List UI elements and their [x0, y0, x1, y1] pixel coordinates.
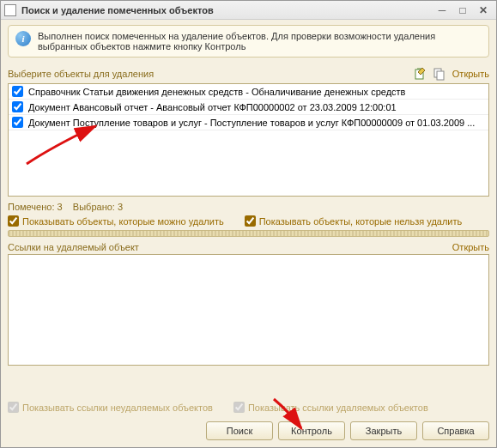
close-button[interactable]: Закрыть: [350, 421, 417, 440]
list-checkbox[interactable]: [12, 101, 23, 112]
top-filters: Показывать объекты, которые можно удалит…: [8, 215, 489, 227]
show-undeletable-refs-checkbox[interactable]: Показывать ссылки неудаляемых объектов: [8, 402, 213, 413]
list-checkbox[interactable]: [12, 117, 23, 128]
info-icon: i: [15, 31, 31, 46]
show-deletable-refs-label: Показывать ссылки удаляемых объектов: [248, 403, 428, 413]
titlebar: Поиск и удаление помеченных объектов ─ □…: [1, 1, 496, 20]
show-cannot-delete-label: Показывать объекты, которые нельзя удали…: [259, 216, 463, 227]
list-item[interactable]: Документ Авансовый отчет - Авансовый отч…: [9, 100, 488, 115]
list-item-text: Справочник Статьи движения денежных сред…: [28, 87, 405, 97]
open-refs-link[interactable]: Открыть: [452, 242, 489, 252]
selected-count: 3: [118, 202, 123, 212]
info-text: Выполнен поиск помеченных на удаление об…: [38, 31, 482, 51]
selection-label: Выберите объекты для удаления: [8, 69, 154, 79]
show-deletable-refs-checkbox[interactable]: Показывать ссылки удаляемых объектов: [233, 402, 428, 413]
info-panel: i Выполнен поиск помеченных на удаление …: [8, 25, 489, 58]
show-can-delete-label: Показывать объекты, которые можно удалит…: [22, 216, 224, 227]
copy-icon[interactable]: [432, 66, 447, 82]
show-cannot-delete-checkbox[interactable]: Показывать объекты, которые нельзя удали…: [245, 215, 463, 227]
list-checkbox[interactable]: [12, 86, 23, 97]
show-can-delete-checkbox[interactable]: Показывать объекты, которые можно удалит…: [8, 215, 224, 227]
window-title: Поиск и удаление помеченных объектов: [21, 5, 431, 15]
marked-count: 3: [58, 202, 63, 212]
list-item[interactable]: Документ Поступление товаров и услуг - П…: [9, 115, 488, 130]
svg-rect-2: [437, 71, 444, 80]
list-item-text: Документ Авансовый отчет - Авансовый отч…: [28, 102, 397, 112]
list-item[interactable]: Справочник Статьи движения денежных сред…: [9, 84, 488, 100]
button-bar: Поиск Контроль Закрыть Справка: [1, 416, 496, 447]
bottom-filters: Показывать ссылки неудаляемых объектов П…: [8, 402, 489, 413]
document-icon: [4, 4, 16, 16]
close-window-button[interactable]: ✕: [474, 3, 493, 17]
maximize-button[interactable]: □: [453, 3, 472, 17]
edit-icon[interactable]: [413, 66, 428, 82]
help-button[interactable]: Справка: [422, 421, 489, 440]
marked-label: Помечено:: [8, 202, 54, 212]
minimize-button[interactable]: ─: [433, 3, 452, 17]
refs-label: Ссылки на удаляемый объект: [8, 242, 139, 252]
refs-list[interactable]: [8, 254, 489, 366]
show-undeletable-refs-label: Показывать ссылки неудаляемых объектов: [22, 403, 213, 413]
object-list[interactable]: Справочник Статьи движения денежных сред…: [8, 83, 489, 197]
list-item-text: Документ Поступление товаров и услуг - П…: [28, 118, 475, 128]
search-button[interactable]: Поиск: [206, 421, 273, 440]
control-button[interactable]: Контроль: [278, 421, 345, 440]
status-row: Помечено: 3 Выбрано: 3: [8, 202, 489, 212]
refs-header: Ссылки на удаляемый объект Открыть: [8, 242, 489, 252]
selection-header: Выберите объекты для удаления Открыть: [8, 66, 489, 82]
open-selection-link[interactable]: Открыть: [452, 69, 489, 79]
splitter[interactable]: [8, 230, 489, 237]
selected-label: Выбрано:: [73, 202, 115, 212]
